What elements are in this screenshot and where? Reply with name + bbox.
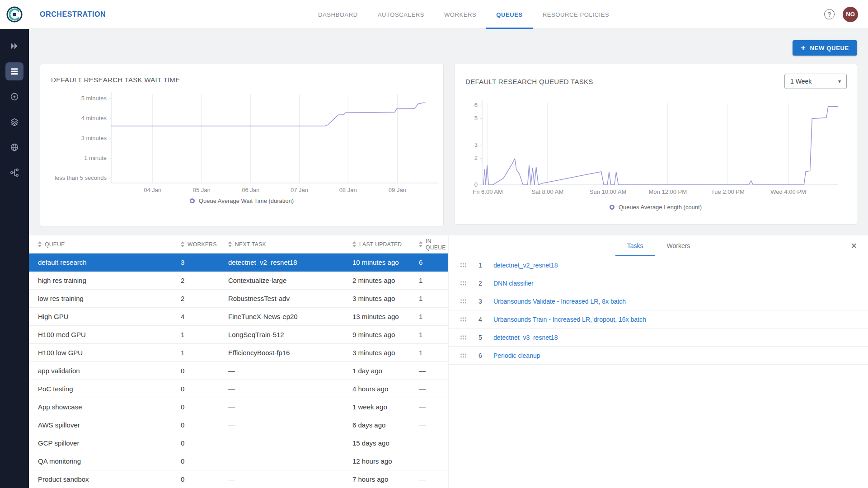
workers-cell: 0 [174,421,221,429]
drag-handle-icon[interactable] [460,281,467,286]
table-row[interactable]: default research3detectnet_v2_resnet1810… [29,253,448,272]
tab-tasks[interactable]: Tasks [615,235,655,256]
svg-text:3 minutes: 3 minutes [81,135,107,141]
help-icon[interactable]: ? [824,9,835,19]
svg-text:0: 0 [474,181,478,188]
sort-icon [228,241,232,247]
nav-tab-autoscalers[interactable]: AUTOSCALERS [368,0,434,29]
last-updated-cell: 6 days ago [345,421,412,429]
task-index: 2 [475,280,485,287]
workers-icon[interactable] [5,88,23,106]
table-row[interactable]: QA monitoring0—12 hours ago— [29,452,448,470]
task-link[interactable]: Urbansounds Train - Increased LR, dropou… [493,316,646,323]
table-row[interactable]: H100 med GPU1LongSeqTrain-5129 minutes a… [29,326,448,344]
wait-time-chart: 04 Jan05 Jan06 Jan07 Jan08 Jan09 Janless… [40,87,444,195]
next-task-cell: — [221,475,345,483]
table-row[interactable]: High GPU4FineTuneX-News-ep2013 minutes a… [29,308,448,326]
queued-tasks-legend: Queues Average Length (count) [455,204,857,211]
nav-tab-queues[interactable]: QUEUES [486,0,533,29]
table-row[interactable]: app validation0—1 day ago— [29,362,448,380]
new-queue-button[interactable]: + NEW QUEUE [793,40,857,56]
time-range-select[interactable]: 1 Week ▾ [784,74,847,89]
header-actions: ? NO [824,7,858,22]
table-row[interactable]: PoC testing0—4 hours ago— [29,380,448,398]
drag-handle-icon[interactable] [460,335,467,340]
pipelines-icon[interactable] [5,164,23,182]
app-title: ORCHESTRATION [40,10,106,19]
last-updated-cell: 10 minutes ago [345,258,412,266]
new-queue-label: NEW QUEUE [810,45,849,52]
column-header-last-updated[interactable]: LAST UPDATED [345,241,412,248]
column-header-queue[interactable]: QUEUE [29,241,174,248]
task-row: 4Urbansounds Train - Increased LR, dropo… [449,310,868,328]
drag-handle-icon[interactable] [460,263,467,268]
queue-cell: PoC testing [29,385,174,393]
task-link[interactable]: Periodic cleanup [493,352,540,359]
table-row[interactable]: AWS spillover0—6 days ago— [29,416,448,434]
legend-dot-icon[interactable] [610,205,615,210]
wait-time-legend: Queue Average Wait Time (duration) [40,197,443,204]
nav-tab-workers[interactable]: WORKERS [434,0,486,29]
task-index: 6 [475,352,485,359]
svg-text:4 minutes: 4 minutes [81,115,107,122]
task-link[interactable]: DNN classifier [493,280,534,287]
sort-icon [352,241,356,247]
drag-handle-icon[interactable] [460,299,467,304]
task-link[interactable]: Urbansounds Validate - Increased LR, 8x … [493,298,626,305]
queue-cell: low res training [29,295,174,302]
column-header-workers[interactable]: WORKERS [174,241,221,248]
drag-handle-icon[interactable] [460,353,467,358]
close-glyph: ✕ [851,241,857,251]
table-row[interactable]: App showcase0—1 week ago— [29,398,448,416]
svg-text:05 Jan: 05 Jan [193,187,211,193]
last-updated-cell: 13 minutes ago [345,313,412,320]
wait-time-chart-title: DEFAULT RESEARCH TASK WAIT TIME [51,76,180,84]
table-row[interactable]: low res training2RobustnessTest-adv3 min… [29,290,448,308]
launch-icon[interactable] [5,37,23,55]
table-row[interactable]: Product sandbox0—7 hours ago— [29,470,448,488]
in-queue-cell: — [412,439,448,447]
avatar[interactable]: NO [843,7,858,22]
clearml-logo[interactable] [0,5,29,23]
nav-tab-dashboard[interactable]: DASHBOARD [308,0,368,29]
task-link[interactable]: detectnet_v2_resnet18 [493,262,558,269]
workers-cell: 2 [174,295,221,302]
column-header-next-task[interactable]: NEXT TASK [221,241,345,248]
in-queue-cell: 1 [412,295,448,302]
sidebar [0,29,29,488]
column-header-in-queue[interactable]: IN QUEUE [412,238,448,251]
workers-cell: 0 [174,475,221,483]
globe-icon[interactable] [5,138,23,156]
table-row[interactable]: H100 low GPU1EfficiencyBoost-fp163 minut… [29,344,448,362]
queued-tasks-chart: Fri 6:00 AMSat 8:00 AMSun 10:00 AMMon 12… [455,96,858,200]
in-queue-cell: 1 [412,331,448,338]
queue-cell: AWS spillover [29,421,174,429]
svg-text:Wed 4:00 PM: Wed 4:00 PM [770,188,806,195]
workers-cell: 1 [174,349,221,357]
workers-cell: 4 [174,313,221,320]
table-row[interactable]: GCP spillover0—15 days ago— [29,434,448,452]
column-label: QUEUE [45,241,65,248]
next-task-cell: FineTuneX-News-ep20 [221,313,345,320]
queue-cell: high res training [29,277,174,284]
sort-icon [419,241,422,247]
drag-handle-icon[interactable] [460,317,467,322]
layers-icon[interactable] [5,113,23,131]
workers-cell: 0 [174,457,221,465]
legend-dot-icon[interactable] [190,198,195,203]
orchestration-icon[interactable] [5,62,23,80]
in-queue-cell: — [412,457,448,465]
help-glyph: ? [828,11,831,18]
in-queue-cell: — [412,403,448,411]
in-queue-cell: — [412,367,448,375]
next-task-cell: — [221,403,345,411]
sort-icon [38,241,42,247]
svg-text:08 Jan: 08 Jan [339,187,357,193]
nav-tab-resource-policies[interactable]: RESOURCE POLICIES [533,0,619,29]
task-link[interactable]: detectnet_v3_resnet18 [493,334,558,341]
in-queue-cell: — [412,421,448,429]
svg-text:09 Jan: 09 Jan [389,187,406,193]
tab-workers[interactable]: Workers [655,235,702,256]
close-icon[interactable]: ✕ [851,235,857,256]
table-row[interactable]: high res training2Contextualize-large2 m… [29,272,448,290]
